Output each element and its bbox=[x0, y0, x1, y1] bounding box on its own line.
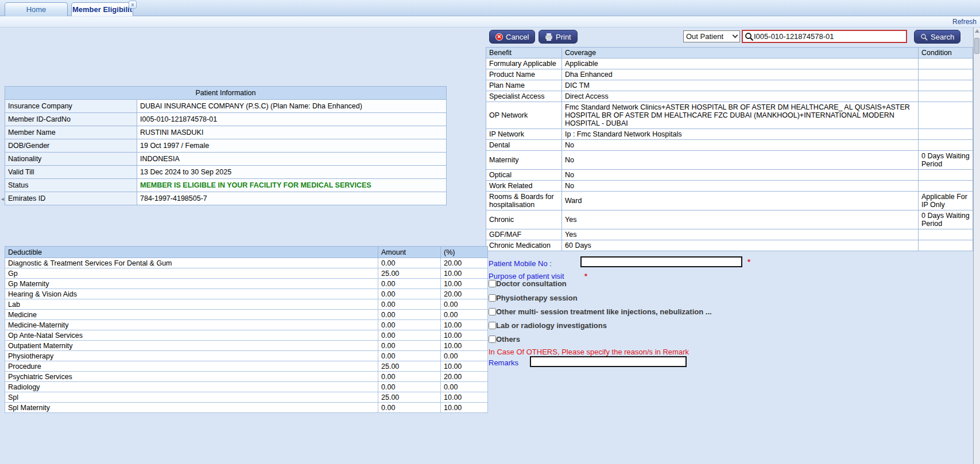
benefit-condition bbox=[919, 229, 973, 240]
patient-info-label: Emirates ID bbox=[5, 192, 137, 205]
visit-purpose-checkbox[interactable] bbox=[489, 294, 496, 302]
benefits-table: Benefit Coverage Condition Formulary App… bbox=[486, 47, 973, 251]
tab-member-eligibility[interactable]: Member Eligibilit x bbox=[71, 2, 133, 16]
deductible-name: Gp Maternity bbox=[5, 279, 378, 289]
tab-close-icon[interactable]: x bbox=[129, 1, 137, 9]
cancel-button[interactable]: ✕ Cancel bbox=[489, 30, 535, 44]
benefit-condition: 0 Days Waiting Period bbox=[919, 151, 973, 170]
deductible-percent: 10.00 bbox=[441, 361, 488, 372]
vertical-scrollbar[interactable] bbox=[973, 28, 980, 464]
deductible-name: Op Ante-Natal Services bbox=[5, 330, 378, 341]
visit-purpose-checkbox[interactable] bbox=[489, 308, 496, 315]
deductible-row: Op Ante-Natal Services0.0010.00 bbox=[5, 330, 488, 341]
deductible-amount: 0.00 bbox=[378, 372, 441, 382]
deductible-name: Outpatient Maternity bbox=[5, 341, 378, 351]
deductible-amount: 25.00 bbox=[378, 268, 441, 279]
member-search-input[interactable] bbox=[754, 32, 904, 41]
benefit-condition bbox=[919, 102, 973, 129]
deductible-row: Psychiatric Services0.0020.00 bbox=[5, 372, 488, 382]
deductible-row: Medicine-Maternity0.0010.00 bbox=[5, 320, 488, 330]
patient-info-label: Member Name bbox=[5, 126, 137, 139]
visit-purpose-checkbox[interactable] bbox=[489, 280, 496, 287]
deductible-row: Spl25.0010.00 bbox=[5, 392, 488, 403]
benefit-row: Chronic Medication60 Days bbox=[486, 240, 973, 251]
benefit-condition bbox=[919, 59, 973, 69]
print-button[interactable]: Print bbox=[539, 30, 578, 44]
deductible-name: Spl Maternity bbox=[5, 403, 378, 413]
benefit-condition bbox=[919, 240, 973, 251]
deductible-amount: 0.00 bbox=[378, 341, 441, 351]
refresh-link[interactable]: Refresh bbox=[952, 18, 977, 26]
benefits-header-benefit: Benefit bbox=[486, 48, 562, 59]
member-search-box bbox=[742, 30, 907, 43]
benefit-condition bbox=[919, 69, 973, 80]
visit-purpose-option: Other multi- session treatment like inje… bbox=[489, 307, 712, 316]
patient-info-row: Emirates ID784-1997-4198505-7 bbox=[5, 192, 447, 205]
patient-info-label: Valid Till bbox=[5, 166, 137, 179]
patient-info-value: 19 Oct 1997 / Female bbox=[137, 139, 447, 153]
search-icon bbox=[745, 32, 754, 41]
benefit-coverage: Yes bbox=[562, 229, 919, 240]
deductible-header-row: Deductible Amount (%) bbox=[5, 247, 488, 258]
benefit-coverage: 60 Days bbox=[562, 240, 919, 251]
benefit-name: Specialist Access bbox=[486, 91, 562, 102]
visit-purpose-option-label: Doctor consultation bbox=[496, 279, 567, 288]
deductible-percent: 10.00 bbox=[441, 330, 488, 341]
deductible-row: Gp Maternity0.0010.00 bbox=[5, 279, 488, 289]
deductible-name: Psychiatric Services bbox=[5, 372, 378, 382]
benefit-row: IP NetworkIp : Fmc Standard Network Hosp… bbox=[486, 129, 973, 140]
panel-collapse-icon[interactable]: ◄ bbox=[0, 196, 5, 202]
benefit-name: GDF/MAF bbox=[486, 229, 562, 240]
benefit-name: Dental bbox=[486, 140, 562, 151]
patient-info-label: DOB/Gender bbox=[5, 139, 137, 153]
patient-mobile-input[interactable] bbox=[580, 256, 742, 267]
tab-home[interactable]: Home bbox=[5, 2, 68, 16]
benefit-condition bbox=[919, 80, 973, 91]
benefit-row: OP NetworkFmc Standard Network Clinics+A… bbox=[486, 102, 973, 129]
remarks-input[interactable] bbox=[530, 356, 687, 367]
benefit-coverage: Dha Enhanced bbox=[562, 69, 919, 80]
patient-info-value: 13 Dec 2024 to 30 Sep 2025 bbox=[137, 166, 447, 179]
tab-bar: Home Member Eligibilit x bbox=[0, 0, 980, 16]
deductible-header-name: Deductible bbox=[5, 247, 378, 258]
patient-info-body: Patient Information Insurance CompanyDUB… bbox=[5, 87, 447, 205]
visit-purpose-checkbox[interactable] bbox=[489, 336, 496, 343]
benefit-coverage: No bbox=[562, 170, 919, 181]
patient-info-row: Insurance CompanyDUBAI INSURANCE COMPANY… bbox=[5, 100, 447, 113]
search-button[interactable]: Search bbox=[914, 30, 960, 44]
deductible-amount: 0.00 bbox=[378, 299, 441, 310]
scrollbar-thumb[interactable] bbox=[974, 38, 979, 54]
visit-type-selected: Out Patient bbox=[686, 32, 723, 41]
deductible-name: Hearing & Vision Aids bbox=[5, 289, 378, 299]
deductible-amount: 0.00 bbox=[378, 330, 441, 341]
benefit-coverage: No bbox=[562, 181, 919, 192]
deductible-name: Medicine-Maternity bbox=[5, 320, 378, 330]
deductible-amount: 0.00 bbox=[378, 258, 441, 268]
benefit-coverage: Yes bbox=[562, 210, 919, 229]
deductible-percent: 10.00 bbox=[441, 403, 488, 413]
deductible-row: Spl Maternity0.0010.00 bbox=[5, 403, 488, 413]
patient-info-value: RUSTINI MASDUKI bbox=[137, 126, 447, 139]
scroll-up-icon[interactable] bbox=[975, 29, 979, 33]
visit-purpose-option: Others bbox=[489, 335, 520, 344]
visit-type-select[interactable]: Out Patient bbox=[683, 30, 740, 42]
benefit-row: Work RelatedNo bbox=[486, 181, 973, 192]
deductible-row: Medicine0.000.00 bbox=[5, 310, 488, 320]
deductible-name: Spl bbox=[5, 392, 378, 403]
patient-info-label: Nationality bbox=[5, 153, 137, 166]
benefit-condition bbox=[919, 91, 973, 102]
visit-purpose-checkbox[interactable] bbox=[489, 322, 496, 329]
chevron-down-icon bbox=[733, 33, 738, 38]
patient-info-value: DUBAI INSURANCE COMPANY (P.S.C) (Plan Na… bbox=[137, 100, 447, 113]
benefit-row: Rooms & Boards for hospitalisationWardAp… bbox=[486, 192, 973, 210]
patient-info-row: Member ID-CardNoI005-010-121874578-01 bbox=[5, 113, 447, 126]
benefit-row: ChronicYes0 Days Waiting Period bbox=[486, 210, 973, 229]
benefit-row: Plan NameDIC TM bbox=[486, 80, 973, 91]
deductible-header-percent: (%) bbox=[441, 247, 488, 258]
deductible-row: Radiology0.000.00 bbox=[5, 382, 488, 392]
benefit-row: GDF/MAFYes bbox=[486, 229, 973, 240]
deductible-amount: 25.00 bbox=[378, 392, 441, 403]
benefit-coverage: Ip : Fmc Standard Network Hospitals bbox=[562, 129, 919, 140]
patient-information-title: Patient Information bbox=[5, 87, 447, 100]
patient-info-value: 784-1997-4198505-7 bbox=[137, 192, 447, 205]
